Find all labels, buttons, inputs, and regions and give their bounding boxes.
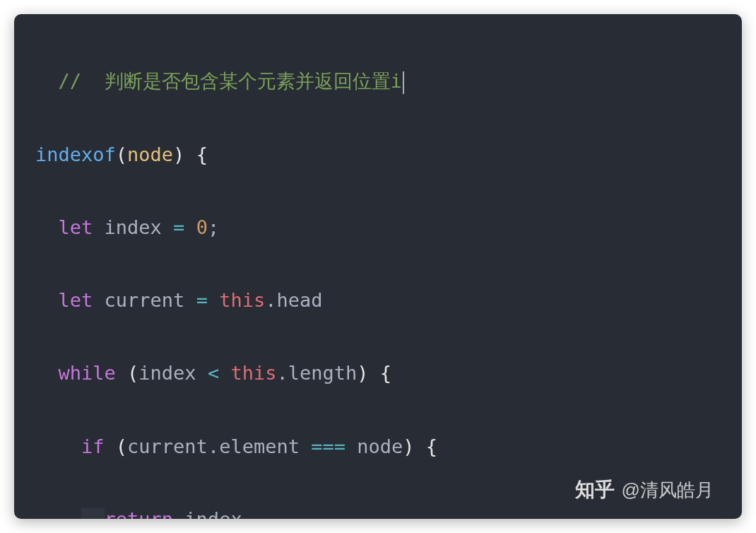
- code-line: // 判断是否包含某个元素并返回位置i: [35, 63, 742, 100]
- return-keyword: return: [105, 508, 174, 519]
- code-editor-window: // 判断是否包含某个元素并返回位置i indexof(node) { let …: [14, 14, 742, 519]
- code-line: let current = this.head: [35, 282, 742, 319]
- code-line: if (current.element === node) {: [35, 428, 742, 465]
- code-content[interactable]: // 判断是否包含某个元素并返回位置i indexof(node) { let …: [35, 27, 742, 519]
- watermark-author: @清风皓月: [622, 478, 714, 503]
- this-keyword: this: [219, 289, 265, 311]
- this-keyword: this: [230, 362, 276, 384]
- watermark: 知乎 @清风皓月: [575, 476, 714, 503]
- code-line: while (index < this.length) {: [35, 355, 742, 392]
- cursor-icon: [403, 71, 404, 94]
- code-line: return index: [35, 501, 742, 519]
- let-keyword: let: [59, 216, 93, 238]
- while-keyword: while: [59, 362, 116, 384]
- if-keyword: if: [81, 435, 105, 457]
- number-literal: 0: [196, 216, 208, 238]
- code-line: let index = 0;: [35, 209, 742, 246]
- let-keyword: let: [59, 289, 93, 311]
- comment-text: // 判断是否包含某个元素并返回位置i: [59, 70, 402, 92]
- function-name: indexof: [35, 144, 116, 165]
- param-name: node: [127, 144, 173, 165]
- code-line: indexof(node) {: [35, 136, 742, 173]
- zhihu-logo-icon: 知乎: [575, 476, 615, 503]
